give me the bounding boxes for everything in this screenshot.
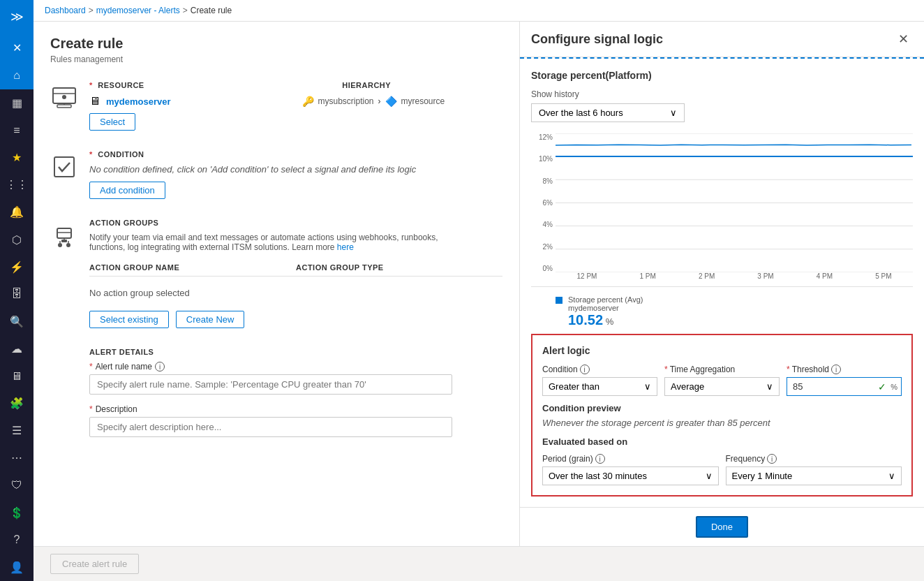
history-select[interactable]: Over the last 6 hours ∨ (531, 103, 685, 122)
page-subtitle: Rules management (50, 54, 502, 64)
panel-close-button[interactable]: ✕ (894, 30, 913, 48)
period-chevron-icon: ∨ (706, 471, 713, 481)
y-label-4: 4% (531, 221, 556, 228)
right-panel: Configure signal logic ✕ Storage percent… (519, 22, 924, 546)
y-label-0: 0% (531, 265, 556, 272)
breadcrumb-current: Create rule (191, 6, 232, 15)
sidebar-cloud-icon[interactable]: ☁ (0, 335, 33, 362)
history-chevron-icon: ∨ (670, 108, 677, 118)
sidebar-shield-icon[interactable]: 🛡 (0, 472, 33, 499)
threshold-col: * Threshold i ✓ % (787, 365, 902, 396)
x-label-2pm: 2 PM (699, 272, 715, 286)
sidebar-dots-icon[interactable]: ⋯ (0, 444, 33, 471)
sidebar-lightning-icon[interactable]: ⚡ (0, 253, 33, 281)
sidebar-database-icon[interactable]: 🗄 (0, 281, 33, 308)
condition-label: * CONDITION (89, 150, 502, 159)
svg-point-10 (58, 243, 62, 247)
threshold-info-icon[interactable]: i (831, 365, 841, 374)
alert-logic-title: Alert logic (542, 345, 902, 356)
time-agg-select[interactable]: Average ∨ (664, 377, 780, 396)
legend-color (556, 297, 562, 304)
condition-required: * (89, 150, 93, 159)
svg-rect-6 (57, 228, 71, 238)
legend-value-row: 10.52 % (568, 312, 643, 328)
col-header-name: ACTION GROUP NAME (89, 263, 296, 272)
chart-legend: Storage percent (Avg)mydemoserver 10.52 … (531, 295, 913, 328)
condition-section: * CONDITION No condition defined, click … (50, 150, 502, 199)
y-label-10: 10% (531, 155, 556, 163)
sidebar-dashboard-icon[interactable]: ▦ (0, 89, 33, 117)
frequency-info-icon[interactable]: i (767, 454, 777, 464)
frequency-select[interactable]: Every 1 Minute ∨ (726, 466, 902, 485)
chart-svg (556, 133, 913, 272)
condition-icon (50, 153, 78, 181)
period-select[interactable]: Over the last 30 minutes ∨ (542, 466, 719, 485)
sidebar-apps-icon[interactable]: ⋮⋮ (0, 171, 33, 198)
sidebar-puzzle-icon[interactable]: 🧩 (0, 390, 33, 417)
eval-row: Period (grain) i Over the last 30 minute… (542, 454, 902, 485)
create-alert-rule-button[interactable]: Create alert rule (50, 554, 139, 574)
action-groups-section: ACTION GROUPS Notify your team via email… (50, 219, 502, 328)
select-resource-button[interactable]: Select (89, 113, 135, 131)
breadcrumb-alerts[interactable]: mydemoserver - Alerts (96, 6, 180, 15)
chart-container: 12% 10% 8% 6% 4% 2% 0% (531, 133, 913, 287)
add-condition-button[interactable]: Add condition (89, 182, 165, 199)
create-new-button[interactable]: Create New (176, 311, 245, 328)
breadcrumb-dashboard[interactable]: Dashboard (45, 6, 86, 15)
sidebar-menu-icon[interactable]: ≡ (0, 117, 33, 144)
sidebar-favorites-icon[interactable]: ★ (0, 144, 33, 171)
panel-footer: Done (520, 507, 924, 546)
sidebar-notifications-icon[interactable]: 🔔 (0, 198, 33, 226)
sidebar-monitor-icon[interactable]: 🖥 (0, 362, 33, 390)
condition-select[interactable]: Greater than ∨ (542, 377, 657, 396)
condition-description: No condition defined, click on 'Add cond… (89, 164, 502, 175)
show-history-label: Show history (531, 89, 913, 99)
sidebar-list-icon[interactable]: ☰ (0, 417, 33, 444)
resource-name: mydemoserver (106, 96, 171, 107)
y-label-12: 12% (531, 133, 556, 141)
hierarchy: 🔑 mysubscription › 🔷 myresource (302, 96, 445, 107)
rule-name-info-icon[interactable]: i (155, 362, 165, 372)
description-field: * Description (89, 404, 502, 437)
legend-info: Storage percent (Avg)mydemoserver 10.52 … (568, 295, 643, 328)
description-input[interactable] (89, 417, 452, 437)
period-label: Period (grain) i (542, 454, 719, 464)
svg-rect-5 (54, 157, 74, 177)
sidebar-help-icon[interactable]: ? (0, 527, 33, 554)
svg-rect-2 (57, 105, 71, 108)
x-label-5pm: 5 PM (875, 272, 891, 286)
period-info-icon[interactable]: i (595, 454, 605, 464)
learn-more-link[interactable]: here (337, 242, 354, 252)
page-content: Create rule Rules management * (33, 22, 519, 546)
y-label-8: 8% (531, 177, 556, 185)
x-label-4pm: 4 PM (817, 272, 833, 286)
panel-title: Configure signal logic (531, 32, 663, 47)
resource-row: 🖥 mydemoserver 🔑 mysubscription › 🔷 myre… (89, 95, 502, 108)
done-button[interactable]: Done (696, 516, 748, 538)
threshold-check-icon: ✓ (878, 381, 886, 392)
select-existing-button[interactable]: Select existing (89, 311, 169, 328)
x-label-12pm: 12 PM (577, 272, 597, 286)
logic-row: Condition i Greater than ∨ * (542, 365, 902, 396)
rule-name-input[interactable] (89, 374, 452, 395)
sidebar-network-icon[interactable]: ⬡ (0, 226, 33, 253)
sidebar-search-icon[interactable]: 🔍 (0, 308, 33, 335)
alert-details-body: ALERT DETAILS * Alert rule name i * Desc… (89, 348, 502, 447)
sidebar-user-icon[interactable]: 👤 (0, 554, 33, 581)
action-buttons: Select existing Create New (89, 311, 502, 328)
breadcrumb: Dashboard > mydemoserver - Alerts > Crea… (33, 0, 924, 22)
sidebar: ≫ ✕ ⌂ ▦ ≡ ★ ⋮⋮ 🔔 ⬡ ⚡ 🗄 🔍 ☁ 🖥 🧩 ☰ ⋯ 🛡 💲 ?… (0, 0, 33, 581)
action-groups-description: Notify your team via email and text mess… (89, 233, 473, 252)
condition-info-icon[interactable]: i (580, 365, 590, 374)
resource-required: * (89, 81, 93, 89)
legend-unit: % (606, 316, 614, 327)
evaluated-label: Evaluated based on (542, 436, 902, 447)
condition-col: Condition i Greater than ∨ (542, 365, 657, 396)
sidebar-expand-icon[interactable]: ≫ (0, 0, 33, 34)
action-groups-label: ACTION GROUPS (89, 219, 502, 227)
svg-point-4 (62, 95, 66, 99)
sidebar-home-icon[interactable]: ⌂ (0, 61, 33, 89)
condition-preview-text: Whenever the storage percent is greater … (542, 418, 902, 428)
sidebar-close-icon[interactable]: ✕ (0, 34, 33, 61)
sidebar-cost-icon[interactable]: 💲 (0, 499, 33, 527)
